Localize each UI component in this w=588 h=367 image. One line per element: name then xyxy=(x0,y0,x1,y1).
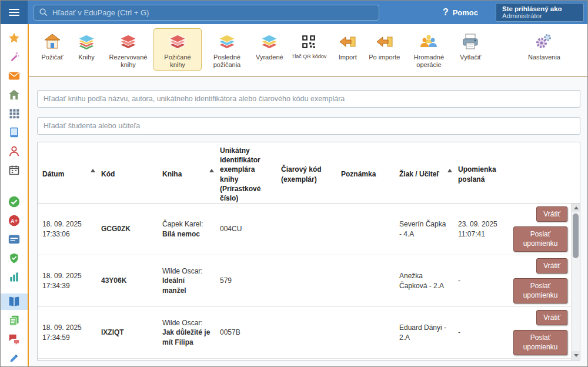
card-icon xyxy=(8,233,21,246)
send-reminder-button[interactable]: Poslať upomienku xyxy=(513,278,567,303)
help-label: Pomoc xyxy=(453,8,478,17)
sidebar-item-favorites[interactable] xyxy=(1,30,28,46)
column-header-label: Poznámka xyxy=(341,170,376,178)
return-button[interactable]: Vrátiť xyxy=(536,258,567,273)
sidebar-item-timetable[interactable] xyxy=(1,105,28,122)
sidebar-item-chat[interactable] xyxy=(1,331,28,348)
sidebar-item-documents[interactable] xyxy=(1,312,28,329)
grades-a-plus-icon: A+ xyxy=(8,214,21,227)
logged-in-user-box[interactable]: Ste prihlásený ako Administrátor xyxy=(496,3,584,22)
cell-book: Wilde Oscar: Jak důležité je mít Filipa xyxy=(158,315,215,351)
cell-reminder-sent: - xyxy=(453,272,513,289)
svg-text:A+: A+ xyxy=(11,218,18,224)
column-header-barcode[interactable]: Čiarový kód (exemplár) xyxy=(276,161,336,187)
column-header-unique-id[interactable]: Unikátny identifikátor exemplára knihy (… xyxy=(215,142,276,206)
column-header-note[interactable]: Poznámka xyxy=(336,166,395,182)
scrollbar-thumb[interactable] xyxy=(573,213,579,258)
sidebar-item-library[interactable] xyxy=(1,293,28,310)
sidebar-item-etestbook[interactable] xyxy=(1,124,28,141)
book-title: Jak důležité je mít Filipa xyxy=(162,328,211,346)
sidebar-item-grades[interactable]: A+ xyxy=(1,212,28,229)
sidebar-item-card[interactable] xyxy=(1,231,28,248)
toolbar-item-books[interactable]: Knihy xyxy=(70,28,103,63)
column-header-label: Kód xyxy=(101,170,115,178)
send-reminder-button[interactable]: Poslať upomienku xyxy=(513,330,567,355)
toolbar-item-after-import[interactable]: Po importe xyxy=(365,28,403,63)
book-author: Čapek Karel: xyxy=(162,219,211,229)
toolbar-item-label: Požičať xyxy=(41,54,63,61)
sidebar-item-edit[interactable] xyxy=(1,350,28,366)
sort-asc-icon[interactable] xyxy=(91,169,95,172)
column-header-label: Dátum xyxy=(42,170,64,178)
toolbar-item-import[interactable]: Import xyxy=(331,28,364,63)
global-search-field[interactable] xyxy=(34,5,379,21)
cell-book: Čapek Karel: Bílá nemoc xyxy=(158,216,215,242)
toolbar-item-lend[interactable]: Požičať xyxy=(36,28,69,63)
sidebar-item-wizard[interactable] xyxy=(1,49,28,65)
person-search-input[interactable] xyxy=(37,117,580,135)
toolbar-item-label: Hromadné operácie xyxy=(408,54,449,69)
column-header-reminder[interactable]: Upomienka poslaná xyxy=(453,161,513,187)
cell-code: 43Y06K xyxy=(96,272,158,289)
topbar: ? Pomoc Ste prihlásený ako Administrátor xyxy=(1,1,587,24)
sort-asc-icon[interactable] xyxy=(209,169,214,172)
global-search-input[interactable] xyxy=(52,8,374,17)
main-content: Dátum Kód Kniha Unikátny identifikátor e… xyxy=(29,78,587,366)
book-author: Wilde Oscar: xyxy=(162,318,211,328)
books-stack-reserved-icon xyxy=(118,31,138,52)
person-icon xyxy=(8,145,21,158)
search-icon xyxy=(39,8,48,17)
table-scrollbar[interactable] xyxy=(571,203,580,360)
toolbar-item-discarded[interactable]: Vyradené xyxy=(252,28,287,63)
sort-asc-icon[interactable] xyxy=(447,169,452,172)
table-row: 18. 09. 2025 17:34:59 IXZIQT Wilde Oscar… xyxy=(38,307,571,359)
books-stack-icon xyxy=(76,31,96,52)
toolbar-item-label: Vytlačiť xyxy=(460,54,481,61)
toolbar-item-label: Požičané knihy xyxy=(157,54,198,69)
cell-person: Anežka Čapková - 2.A xyxy=(395,268,453,293)
column-header-book[interactable]: Kniha xyxy=(158,166,215,182)
group-people-icon xyxy=(419,31,438,52)
sidebar-item-attendance[interactable] xyxy=(1,193,28,210)
books-stack-discarded-icon xyxy=(259,31,279,52)
sidebar-item-profile[interactable] xyxy=(1,143,28,159)
toolbar-item-print-qr[interactable]: Tlač QR kódov xyxy=(288,28,330,62)
return-button[interactable]: Vrátiť xyxy=(536,310,567,325)
toolbar-item-reserved-books[interactable]: Rezervované knihy xyxy=(104,28,152,71)
sidebar-item-home[interactable] xyxy=(1,86,28,103)
cell-actions: Vrátiť Poslať upomienku xyxy=(513,255,572,306)
shield-check-icon xyxy=(8,252,20,264)
toolbar-item-print[interactable]: Vytlačiť xyxy=(454,28,487,63)
scroll-down-icon[interactable] xyxy=(572,351,580,360)
mail-icon xyxy=(8,69,21,82)
printer-icon xyxy=(461,31,480,52)
send-reminder-button[interactable]: Poslať upomienku xyxy=(513,226,567,252)
cell-date: 18. 09. 2025 17:34:39 xyxy=(38,268,96,293)
sidebar-item-results[interactable] xyxy=(1,269,28,285)
bar-chart-icon xyxy=(8,271,20,283)
hamburger-menu-icon[interactable] xyxy=(1,1,28,24)
table-row: 18. 09. 2025 17:33:06 GCG0ZK Čapek Karel… xyxy=(38,203,571,255)
sidebar-item-security[interactable] xyxy=(1,250,28,266)
table-header-row: Dátum Kód Kniha Unikátny identifikátor e… xyxy=(38,142,580,203)
book-search-input[interactable] xyxy=(37,90,580,108)
scroll-up-icon[interactable] xyxy=(572,203,580,212)
library-toolbar: Požičať Knihy Rezervované knihy xyxy=(29,24,587,77)
toolbar-item-settings[interactable]: Nastavenia xyxy=(524,28,564,63)
column-header-date[interactable]: Dátum xyxy=(38,166,96,182)
sidebar-item-calendar[interactable] xyxy=(1,162,28,178)
book-title: Ideální manžel xyxy=(162,276,211,295)
return-button[interactable]: Vrátiť xyxy=(536,206,567,222)
sidebar-item-messages[interactable] xyxy=(1,68,28,84)
column-header-code[interactable]: Kód xyxy=(96,166,158,182)
column-header-person[interactable]: Žiak / Učiteľ xyxy=(395,166,453,182)
cell-code: IXZIQT xyxy=(96,324,158,341)
help-button[interactable]: ? Pomoc xyxy=(443,7,478,18)
toolbar-item-borrowed-books[interactable]: Požičané knihy xyxy=(153,28,202,71)
toolbar-item-bulk-operations[interactable]: Hromadné operácie xyxy=(405,28,453,71)
cell-note xyxy=(336,278,395,285)
book-author: Wilde Oscar: xyxy=(162,266,211,276)
toolbar-item-recent-loans[interactable]: Posledné požičania xyxy=(203,28,251,71)
column-header-label: Unikátny identifikátor exemplára knihy (… xyxy=(220,146,260,202)
gears-icon xyxy=(534,31,553,52)
